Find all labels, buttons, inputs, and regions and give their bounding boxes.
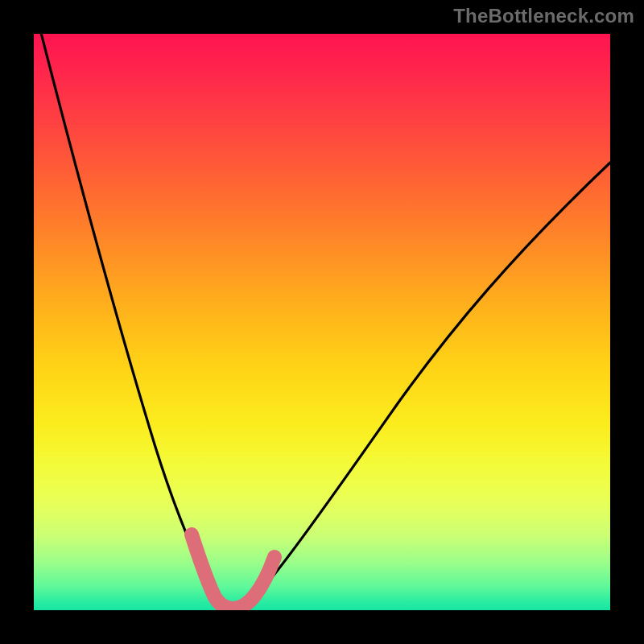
- plot-area: [34, 34, 610, 610]
- chart-frame: TheBottleneck.com: [0, 0, 644, 644]
- bottleneck-curve: [40, 34, 610, 609]
- watermark-text: TheBottleneck.com: [453, 5, 634, 27]
- bottom-highlight-stroke: [192, 535, 275, 609]
- curve-layer: [34, 34, 610, 610]
